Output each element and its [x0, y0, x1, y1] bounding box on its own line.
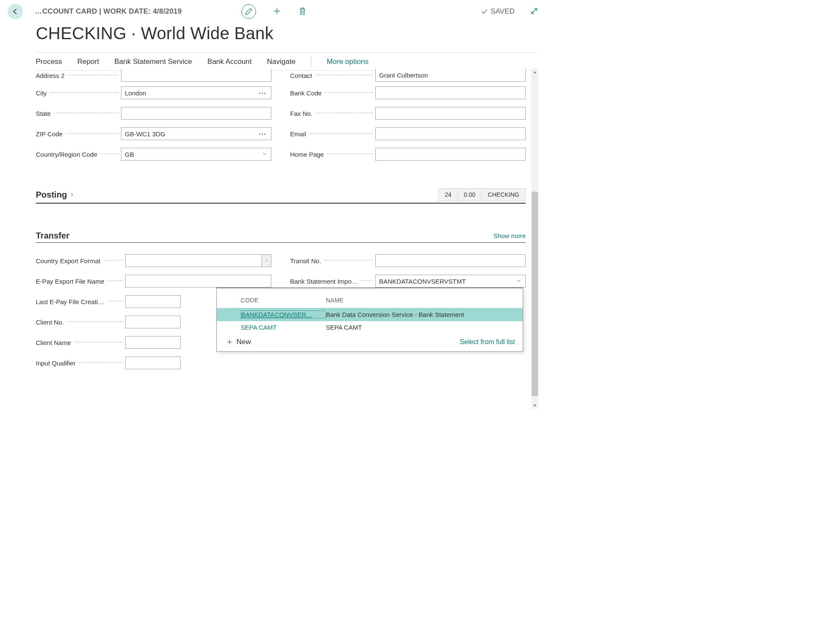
- input-city[interactable]: London ···: [121, 86, 271, 99]
- dropdown-row-name: SEPA CAMT: [326, 324, 523, 331]
- input-last-epay[interactable]: [125, 295, 181, 308]
- input-bank-stmt-import[interactable]: BANKDATACONVSERVSTMT: [375, 275, 526, 288]
- saved-indicator: SAVED: [481, 7, 515, 16]
- label-country: Country/Region Code: [36, 151, 97, 158]
- posting-value-2: 0.00: [458, 188, 482, 201]
- dropdown-new-button[interactable]: New: [226, 338, 251, 346]
- input-country[interactable]: GB: [121, 148, 271, 161]
- dropdown-col-name: NAME: [326, 297, 344, 304]
- edit-icon[interactable]: [242, 4, 256, 19]
- breadcrumb: …CCOUNT CARD | WORK DATE: 4/8/2019: [35, 7, 182, 16]
- label-input-qualifier: Input Qualifier: [36, 359, 75, 367]
- bank-stmt-import-dropdown: CODE NAME BANKDATACONVSER… Bank Data Con…: [216, 288, 523, 352]
- input-contact[interactable]: Grant Culbertson: [375, 69, 526, 82]
- dropdown-col-code: CODE: [241, 297, 326, 304]
- label-contact: Contact: [290, 72, 312, 79]
- input-bank-code[interactable]: [375, 86, 526, 99]
- input-home-page[interactable]: [375, 148, 526, 161]
- label-transit-no: Transit No.: [290, 257, 321, 264]
- chevron-right-icon: [69, 192, 75, 197]
- label-country-export: Country Export Format: [36, 257, 101, 264]
- dropdown-new-label: New: [236, 338, 251, 346]
- posting-section-header[interactable]: Posting 24 0.00 CHECKING: [36, 188, 526, 204]
- label-epay-export: E-Pay Export File Name: [36, 278, 104, 285]
- scrollbar-thumb[interactable]: [532, 192, 538, 396]
- input-state[interactable]: [121, 107, 271, 120]
- posting-value-1: 24: [438, 188, 458, 201]
- select-from-full-list-link[interactable]: Select from full list: [460, 338, 515, 346]
- back-button[interactable]: [8, 4, 23, 19]
- menu-separator: [311, 57, 311, 66]
- dropdown-row[interactable]: SEPA CAMT SEPA CAMT: [217, 321, 523, 334]
- input-epay-export[interactable]: [125, 275, 271, 288]
- input-zip[interactable]: GB-WC1 3DG ···: [121, 127, 271, 140]
- label-state: State: [36, 110, 51, 117]
- posting-title: Posting: [36, 190, 67, 200]
- saved-label: SAVED: [491, 7, 515, 16]
- scrollbar-down-arrow[interactable]: ▾: [531, 402, 538, 409]
- label-bank-code: Bank Code: [290, 89, 322, 97]
- delete-icon[interactable]: [298, 6, 307, 17]
- posting-value-3: CHECKING: [481, 188, 526, 201]
- input-client-no[interactable]: [125, 316, 181, 328]
- label-last-epay: Last E-Pay File Creati…: [36, 298, 104, 305]
- dropdown-row-name: Bank Data Conversion Service - Bank Stat…: [326, 311, 523, 318]
- label-client-no: Client No.: [36, 319, 64, 326]
- country-export-chevron-down-icon[interactable]: [262, 255, 271, 267]
- transfer-section-header: Transfer Show more: [36, 231, 526, 243]
- label-zip: ZIP Code: [36, 130, 63, 138]
- label-email: Email: [290, 130, 306, 138]
- input-transit-no[interactable]: [375, 254, 526, 267]
- country-chevron-down-icon[interactable]: [262, 151, 268, 158]
- select-country-export[interactable]: [125, 254, 271, 267]
- scrollbar-up-arrow[interactable]: ▴: [531, 68, 538, 75]
- expand-icon[interactable]: [530, 7, 538, 17]
- input-address2[interactable]: [121, 69, 271, 82]
- label-home-page: Home Page: [290, 151, 324, 158]
- label-client-name: Client Name: [36, 339, 71, 346]
- label-bank-stmt-import: Bank Statement Impo…: [290, 278, 358, 285]
- menu-process[interactable]: Process: [36, 58, 62, 66]
- city-lookup-icon[interactable]: ···: [259, 89, 268, 97]
- menu-bank-account[interactable]: Bank Account: [207, 58, 252, 66]
- dropdown-row-code: SEPA CAMT: [241, 324, 326, 331]
- menu-bank-stmt-service[interactable]: Bank Statement Service: [114, 58, 192, 66]
- page-title: CHECKING · World Wide Bank: [36, 24, 538, 43]
- transfer-title: Transfer: [36, 231, 69, 241]
- show-more-link[interactable]: Show more: [493, 232, 526, 239]
- menu-report[interactable]: Report: [77, 58, 99, 66]
- label-address2: Address 2: [36, 72, 65, 79]
- bank-stmt-import-chevron-down-icon[interactable]: [516, 278, 522, 285]
- dropdown-row-code: BANKDATACONVSER…: [241, 310, 326, 319]
- dropdown-row-selected[interactable]: BANKDATACONVSER… Bank Data Conversion Se…: [217, 308, 523, 321]
- input-fax[interactable]: [375, 107, 526, 120]
- input-email[interactable]: [375, 127, 526, 140]
- label-city: City: [36, 89, 47, 97]
- menu-navigate[interactable]: Navigate: [267, 58, 296, 66]
- input-client-name[interactable]: [125, 336, 181, 349]
- scrollbar[interactable]: ▴ ▾: [531, 68, 538, 409]
- dropdown-header: CODE NAME: [217, 288, 523, 308]
- zip-lookup-icon[interactable]: ···: [259, 130, 268, 138]
- input-input-qualifier[interactable]: [125, 356, 181, 369]
- posting-summary: 24 0.00 CHECKING: [439, 188, 526, 201]
- label-fax: Fax No.: [290, 110, 313, 117]
- add-icon[interactable]: [272, 6, 282, 17]
- menu-more-options[interactable]: More options: [327, 58, 368, 66]
